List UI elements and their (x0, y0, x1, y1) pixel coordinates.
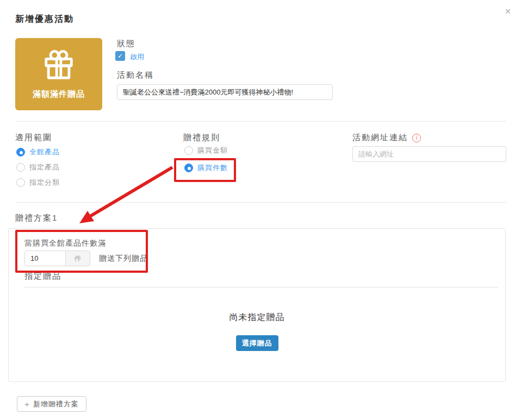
empty-gifts-text: 尚未指定贈品 (9, 312, 505, 323)
activity-url-input[interactable] (352, 146, 506, 162)
radio-icon (16, 148, 25, 156)
radio-label: 指定產品 (29, 162, 60, 172)
gift-icon (42, 49, 76, 82)
radio-purchase-quantity[interactable]: 購買件數 (184, 163, 228, 173)
radio-label: 全館產品 (29, 147, 60, 157)
section-divider (15, 202, 506, 203)
radio-label: 指定分類 (29, 178, 60, 187)
page-title: 新增優惠活動 (15, 14, 74, 25)
activity-name-label: 活動名稱 (117, 70, 154, 80)
radio-label: 購買件數 (197, 163, 228, 173)
radio-icon (184, 164, 193, 172)
activity-url-label-text: 活動網址連結 (352, 133, 408, 142)
section-divider (15, 121, 506, 122)
close-icon[interactable]: ✕ (503, 5, 513, 18)
add-gift-plan-button[interactable]: + 新增贈禮方案 (17, 396, 86, 412)
radio-icon (16, 178, 25, 187)
check-icon: ✓ (117, 52, 123, 60)
radio-label: 購買金額 (197, 146, 228, 155)
promo-type-card: 滿額滿件贈品 (15, 38, 102, 110)
activity-url-label: 活動網址連結i (352, 133, 421, 143)
status-checkbox-label[interactable]: 啟用 (130, 52, 144, 62)
specified-gifts-label: 指定贈品 (24, 271, 61, 281)
condition-suffix: 贈送下列贈品 (99, 254, 148, 264)
unit-addon: 件 (65, 250, 90, 266)
add-promotion-modal: 新增優惠活動 ✕ 滿額滿件贈品 狀態 ✓ 啟用 活動名稱 適用範圍 全館產品 指… (0, 0, 521, 420)
plus-icon: + (24, 399, 29, 409)
radio-purchase-amount[interactable]: 購買金額 (184, 146, 228, 155)
radio-all-products[interactable]: 全館產品 (16, 147, 60, 157)
radio-specific-products[interactable]: 指定產品 (16, 162, 60, 172)
condition-label: 當購買全館產品件數滿 (24, 239, 106, 248)
status-section-label: 狀態 (117, 39, 135, 49)
status-checkbox[interactable]: ✓ (115, 51, 125, 61)
scope-section-label: 適用範圍 (15, 133, 52, 143)
add-gift-plan-label: 新增贈禮方案 (33, 399, 79, 409)
gift-plan-title: 贈禮方案1 (15, 213, 58, 223)
radio-icon (16, 163, 25, 172)
gift-rule-section-label: 贈禮規則 (183, 133, 220, 143)
activity-name-input[interactable] (117, 84, 333, 100)
info-icon: i (412, 134, 421, 142)
radio-specific-categories[interactable]: 指定分類 (16, 178, 60, 187)
gift-plan-panel: 當購買全館產品件數滿 件 贈送下列贈品 指定贈品 尚未指定贈品 選擇贈品 (8, 228, 506, 382)
radio-icon (184, 146, 193, 155)
promo-type-label: 滿額滿件贈品 (15, 89, 102, 99)
gifts-divider (24, 287, 498, 287)
select-gift-button[interactable]: 選擇贈品 (236, 335, 278, 351)
quantity-input[interactable] (24, 250, 66, 266)
